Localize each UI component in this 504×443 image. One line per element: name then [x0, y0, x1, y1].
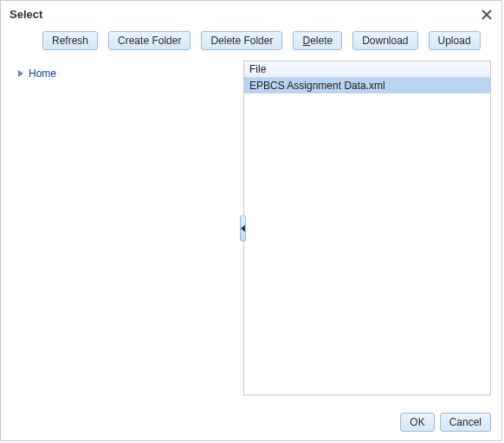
- folder-tree: Home: [11, 61, 236, 406]
- delete-button[interactable]: Delete: [293, 31, 342, 50]
- create-folder-button[interactable]: Create Folder: [108, 31, 191, 50]
- download-button[interactable]: Download: [352, 31, 417, 50]
- delete-mnemonic: D: [302, 35, 310, 47]
- delete-folder-button[interactable]: Delete Folder: [201, 31, 282, 50]
- delete-rest: elete: [310, 35, 333, 47]
- refresh-button[interactable]: Refresh: [42, 31, 98, 50]
- tree-item-home[interactable]: Home: [15, 66, 233, 81]
- close-icon[interactable]: [481, 9, 493, 21]
- toolbar: Refresh Create Folder Delete Folder Dele…: [1, 26, 501, 61]
- splitter[interactable]: [241, 61, 245, 395]
- cancel-button[interactable]: Cancel: [440, 413, 491, 432]
- dialog-footer: OK Cancel: [1, 406, 501, 440]
- ok-button[interactable]: OK: [400, 413, 434, 432]
- dialog-title: Select: [10, 8, 42, 21]
- file-column-header[interactable]: File: [244, 61, 490, 78]
- select-dialog: Select Refresh Create Folder Delete Fold…: [0, 0, 502, 441]
- file-list-panel: File EPBCS Assignment Data.xml: [243, 61, 491, 395]
- content-area: Home File EPBCS Assignment Data.xml: [1, 61, 501, 406]
- file-row[interactable]: EPBCS Assignment Data.xml: [244, 78, 490, 93]
- title-bar: Select: [1, 1, 501, 26]
- expand-icon[interactable]: [18, 70, 23, 77]
- collapse-left-icon[interactable]: [240, 215, 246, 241]
- upload-button[interactable]: Upload: [429, 31, 481, 50]
- file-list: EPBCS Assignment Data.xml: [244, 78, 490, 395]
- tree-item-label: Home: [29, 67, 56, 80]
